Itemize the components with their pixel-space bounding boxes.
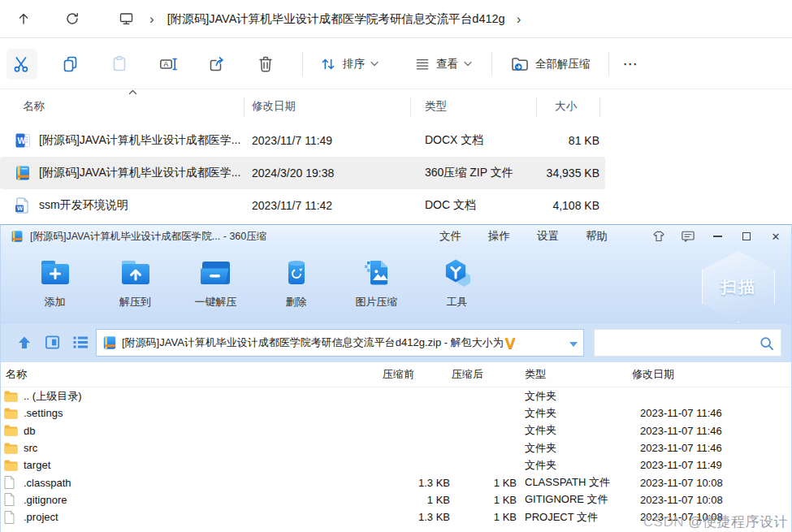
feedback-button[interactable] [679, 227, 697, 245]
view-label: 查看 [436, 57, 458, 71]
table-row-selected[interactable]: [附源码]JAVA计算机毕业设计成都医学... 2024/3/20 19:38 … [0, 157, 605, 189]
extract-all-label: 全部解压缩 [535, 57, 591, 71]
rename-button[interactable]: A [153, 49, 184, 80]
delete-icon [256, 54, 275, 74]
delete-trash-icon [278, 257, 315, 289]
menu-bar: 文件 操作 设置 帮助 [439, 225, 608, 248]
column-header-after[interactable]: 压缩后 [452, 367, 518, 382]
svg-text:W: W [17, 205, 24, 212]
refresh-button[interactable] [60, 6, 84, 31]
menu-item-action[interactable]: 操作 [488, 229, 510, 244]
dropdown-caret-icon[interactable] [569, 342, 578, 347]
skin-button[interactable] [650, 227, 668, 245]
list-item[interactable]: .settings 文件夹 2023-11-07 11:46 [1, 404, 791, 422]
menu-item-settings[interactable]: 设置 [537, 229, 559, 244]
column-header-size[interactable]: 大小 [534, 99, 599, 114]
copy-icon [61, 54, 80, 74]
archive-title-bar[interactable]: [附源码]JAVA计算机毕业设计成都医学院... - 360压缩 文件 操作 设… [1, 225, 791, 248]
extract-to-button[interactable]: 解压到 [104, 248, 167, 324]
archive-delete-button[interactable]: 删除 [265, 248, 327, 324]
delete-button[interactable] [250, 49, 281, 80]
window-controls: ✕ [650, 225, 785, 248]
archive-search-box [594, 329, 781, 357]
entry-date: 2023-11-07 11:46 [640, 425, 791, 437]
view-mode-button[interactable] [44, 334, 61, 351]
vip-v-badge: V [505, 335, 516, 351]
share-button[interactable] [201, 49, 232, 80]
column-header-date[interactable]: 修改日期 [632, 367, 791, 382]
entry-name: .gitignore [24, 494, 383, 506]
column-header-name[interactable]: 名称 [4, 367, 383, 382]
tools-button[interactable]: 工具 [426, 248, 488, 324]
maximize-button[interactable] [738, 227, 755, 245]
archive-delete-label: 删除 [286, 295, 307, 309]
cut-button[interactable] [6, 49, 37, 80]
entry-date: 2023-11-07 10:08 [640, 477, 791, 489]
size-before: 1.3 KB [383, 511, 452, 523]
list-item[interactable]: .. (上级目录) 文件夹 [1, 387, 791, 404]
extract-all-icon [510, 54, 530, 74]
image-compress-icon [358, 257, 396, 289]
this-pc-crumb[interactable] [114, 6, 138, 31]
up-button[interactable] [11, 6, 36, 31]
image-compress-button[interactable]: 图片压缩 [345, 248, 408, 324]
file-date: 2023/11/7 11:49 [244, 134, 417, 147]
column-header-date[interactable]: 修改日期 [244, 99, 417, 114]
list-view-icon [71, 334, 89, 350]
file-icon [4, 511, 24, 524]
view-button[interactable]: 查看 [408, 51, 478, 77]
close-button[interactable]: ✕ [767, 227, 785, 245]
extract-to-label: 解压到 [119, 295, 151, 309]
file-size: 81 KB [534, 134, 599, 147]
file-icon [4, 493, 24, 506]
archive-list-header: 名称 压缩前 压缩后 类型 修改日期 [1, 362, 791, 387]
explorer-list-header: 名称 修改日期 类型 大小 [0, 91, 630, 122]
entry-name: .settings [24, 407, 383, 419]
size-before: 1.3 KB [383, 477, 452, 489]
search-input[interactable] [595, 330, 781, 356]
more-options-button[interactable]: ⋯ [616, 49, 647, 80]
archive-path-field[interactable]: [附源码]JAVA计算机毕业设计成都医学院考研信息交流平台d412g.zip -… [96, 329, 584, 357]
toolbar-divider [491, 52, 492, 76]
list-item[interactable]: .gitignore 1 KB 1 KB GITIGNORE 文件 2023-1… [1, 491, 791, 508]
menu-item-file[interactable]: 文件 [439, 229, 461, 244]
sort-button[interactable]: 排序 [313, 50, 385, 78]
column-header-type[interactable]: 类型 [417, 99, 534, 114]
column-header-type[interactable]: 类型 [518, 367, 640, 382]
table-row[interactable]: W [附源码]JAVA计算机毕业设计成都医学... 2023/11/7 11:4… [0, 124, 605, 157]
scan-badge[interactable]: 扫描 [702, 251, 775, 322]
extract-all-button[interactable]: 全部解压缩 [504, 50, 597, 79]
header-divider [599, 97, 600, 117]
table-row[interactable]: W ssm开发环境说明 2023/11/7 11:42 DOC 文档 4,108… [0, 189, 605, 222]
minimize-button[interactable] [708, 227, 726, 245]
archive-file-list: .. (上级目录) 文件夹 .settings 文件夹 2023-11-07 1… [1, 387, 791, 526]
one-click-extract-button[interactable]: 一键解压 [184, 248, 247, 324]
entry-type: 文件夹 [518, 441, 640, 456]
folder-icon [4, 391, 24, 402]
entry-type: CLASSPATH 文件 [518, 475, 640, 490]
doc-file-icon: W [15, 197, 39, 214]
archive-up-button[interactable] [15, 334, 33, 352]
list-item[interactable]: .project 1.3 KB 1 KB PROJECT 文件 2023-11-… [1, 508, 791, 526]
list-item[interactable]: db 文件夹 2023-11-07 11:46 [1, 422, 791, 439]
copy-button[interactable] [55, 49, 86, 80]
breadcrumb[interactable]: [附源码]JAVA计算机毕业设计成都医学院考研信息交流平台d412g [167, 11, 505, 27]
archive-address-bar: [附源码]JAVA计算机毕业设计成都医学院考研信息交流平台d412g.zip -… [1, 324, 791, 362]
add-button[interactable]: 添加 [24, 248, 86, 324]
list-item[interactable]: .classpath 1.3 KB 1 KB CLASSPATH 文件 2023… [1, 474, 791, 491]
list-item[interactable]: src 文件夹 2023-11-07 11:46 [1, 439, 791, 456]
cut-icon [12, 54, 32, 74]
search-icon[interactable] [759, 335, 775, 352]
entry-date: 2023-11-07 10:08 [640, 494, 791, 506]
menu-item-help[interactable]: 帮助 [586, 229, 608, 244]
list-item[interactable]: target 文件夹 2023-11-07 11:49 [1, 456, 791, 474]
entry-date: 2023-11-07 10:08 [640, 511, 791, 523]
add-folder-icon [37, 257, 74, 289]
svg-text:W: W [17, 136, 25, 145]
paste-button[interactable] [104, 49, 135, 80]
size-after: 1 KB [452, 477, 518, 489]
column-header-before[interactable]: 压缩前 [383, 367, 452, 382]
column-header-name[interactable]: 名称 [15, 99, 244, 114]
list-view-button[interactable] [71, 334, 89, 350]
size-after: 1 KB [452, 511, 518, 523]
